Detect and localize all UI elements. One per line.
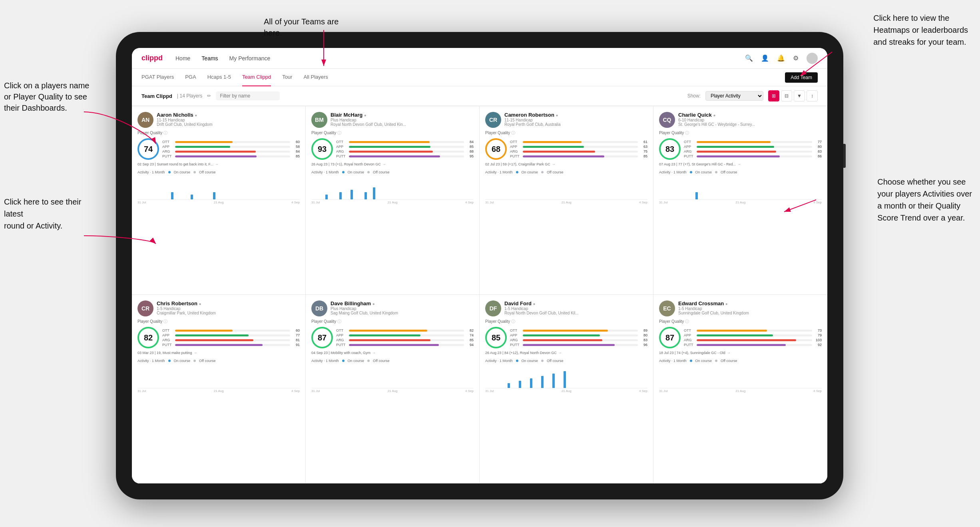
player-card[interactable]: BM Blair McHarg ● Plus Handicap Royal No… — [306, 106, 480, 295]
show-select[interactable]: Player Activity Quality Score Trend — [705, 91, 763, 101]
quality-row[interactable]: 68 OTT 61 APP 63 ARG 75 — [485, 138, 647, 160]
logo: clippd — [141, 54, 163, 62]
stat-app: APP 80 — [684, 145, 822, 149]
player-header: AN Aaron Nicholls ● 11-15 Handicap Drift… — [137, 112, 300, 128]
stat-putt: PUTT 85 — [162, 154, 300, 158]
search-input[interactable] — [216, 91, 280, 100]
stat-arg: ARG 75 — [510, 149, 647, 153]
last-round[interactable]: 03 Mar 23 | 19, Must make putting → — [137, 351, 300, 355]
player-handicap: 1-5 Handicap — [678, 306, 822, 311]
quality-stats: OTT 60 APP 58 ARG 84 PUTT 85 — [162, 140, 300, 158]
mini-chart — [137, 364, 300, 388]
subnav-all-players[interactable]: All Players — [303, 69, 328, 86]
last-round[interactable]: 26 Aug 23 | 73 (+1), Royal North Devon G… — [311, 162, 474, 166]
subnav-tour[interactable]: Tour — [282, 69, 292, 86]
on-course-dot — [342, 171, 345, 173]
player-handicap: 1-5 Handicap — [157, 306, 300, 311]
player-club: St. George's Hill GC - Weybridge - Surre… — [678, 122, 822, 127]
player-avatar: CR — [137, 300, 153, 316]
subnav-hcaps[interactable]: Hcaps 1-5 — [207, 69, 231, 86]
player-name[interactable]: Chris Robertson ● — [157, 300, 300, 306]
quality-label: Player Quality ⓘ — [485, 319, 647, 324]
stat-ott: OTT 73 — [684, 328, 822, 332]
nav-teams[interactable]: Teams — [201, 55, 218, 62]
player-name[interactable]: Aaron Nicholls ● — [157, 112, 300, 118]
player-card[interactable]: DF David Ford ● 1-5 Handicap Royal North… — [480, 295, 653, 483]
quality-label: Player Quality ⓘ — [659, 319, 822, 324]
player-name[interactable]: Cameron Robertson ● — [504, 112, 647, 118]
edit-icon[interactable]: ✏ — [207, 93, 211, 99]
player-handicap: 11-15 Handicap — [157, 118, 300, 122]
chart-bar — [339, 192, 342, 199]
player-card[interactable]: DB Dave Billingham ● Plus Handicap Sag M… — [306, 295, 480, 483]
player-name[interactable]: Blair McHarg ● — [331, 112, 474, 118]
player-name[interactable]: Edward Crossman ● — [678, 300, 822, 306]
sort-icon[interactable]: ↕ — [807, 90, 818, 101]
player-card[interactable]: EC Edward Crossman ● 1-5 Handicap Sunnin… — [653, 295, 827, 483]
player-card[interactable]: CR Chris Robertson ● 1-5 Handicap Craigm… — [132, 295, 306, 483]
quality-row[interactable]: 85 OTT 89 APP 80 ARG 83 — [485, 327, 647, 348]
arrow-right-icon: → — [552, 162, 556, 166]
stat-app: APP 74 — [336, 333, 474, 337]
quality-row[interactable]: 87 OTT 82 APP 74 ARG 85 — [311, 327, 474, 348]
subnav-team-clippd[interactable]: Team Clippd — [242, 69, 271, 86]
quality-circle: 93 — [311, 138, 333, 160]
player-card[interactable]: CR Cameron Robertson ● 11-15 Handicap Ro… — [480, 106, 653, 295]
nav-my-performance[interactable]: My Performance — [229, 55, 271, 62]
player-name[interactable]: David Ford ● — [504, 300, 647, 306]
player-club: Royal North Devon Golf Club, United Kin.… — [331, 122, 474, 127]
player-card[interactable]: CQ Charlie Quick ● 6-10 Handicap St. Geo… — [653, 106, 827, 295]
player-handicap: Plus Handicap — [331, 118, 474, 122]
stat-putt: PUTT 85 — [510, 154, 647, 158]
chart-bar — [564, 371, 566, 388]
add-team-button[interactable]: Add Team — [785, 72, 818, 83]
settings-icon[interactable]: ⚙ — [793, 54, 799, 62]
stat-arg: ARG 84 — [162, 149, 300, 153]
stat-ott: OTT 60 — [162, 328, 300, 332]
quality-row[interactable]: 93 OTT 84 APP 85 ARG 88 — [311, 138, 474, 160]
stat-ott: OTT 60 — [162, 140, 300, 144]
compact-view-icon[interactable]: ⊟ — [781, 90, 792, 101]
person-icon[interactable]: 👤 — [761, 54, 769, 62]
bell-icon[interactable]: 🔔 — [777, 54, 785, 62]
subnav-pgat[interactable]: PGAT Players — [141, 69, 174, 86]
chart-labels: 31 Jul 21 Aug 4 Sep — [659, 201, 822, 204]
player-name[interactable]: Charlie Quick ● — [678, 112, 822, 118]
last-round[interactable]: 07 Aug 23 | 77 (+7), St George's Hill GC… — [659, 162, 822, 166]
grid-view-icon[interactable]: ⊞ — [768, 90, 779, 101]
quality-row[interactable]: 87 OTT 73 APP 79 ARG 103 — [659, 327, 822, 348]
quality-row[interactable]: 74 OTT 60 APP 58 ARG 84 — [137, 138, 300, 160]
search-icon[interactable]: 🔍 — [745, 54, 753, 62]
activity-section: Activity · 1 Month On course Off course … — [137, 359, 300, 393]
player-handicap: Plus Handicap — [331, 306, 474, 311]
activity-header: Activity · 1 Month On course Off course — [137, 170, 300, 174]
player-card[interactable]: AN Aaron Nicholls ● 11-15 Handicap Drift… — [132, 106, 306, 295]
last-round[interactable]: 18 Jul 23 | 74 (+4), Sunningdale GC - Ol… — [659, 351, 822, 355]
quality-stats: OTT 60 APP 77 ARG 81 PUTT 91 — [162, 328, 300, 347]
quality-number: 87 — [665, 333, 674, 342]
last-round[interactable]: 02 Jul 23 | 59 (+17), Craigmillar Park G… — [485, 162, 647, 166]
activity-header: Activity · 1 Month On course Off course — [311, 170, 474, 174]
last-round[interactable]: 04 Sep 23 | Mobility with coach, Gym → — [311, 351, 474, 355]
player-avatar: EC — [659, 300, 675, 316]
filter-icon[interactable]: ▼ — [794, 90, 805, 101]
chart-labels: 31 Jul 21 Aug 4 Sep — [137, 389, 300, 393]
stat-arg: ARG 83 — [510, 338, 647, 342]
last-round[interactable]: 02 Sep 23 | Sunset round to get back int… — [137, 162, 300, 166]
stat-app: APP 80 — [510, 333, 647, 337]
top-nav: clippd Home Teams My Performance 🔍 👤 🔔 ⚙ — [132, 48, 827, 69]
quality-stats: OTT 89 APP 80 ARG 83 PUTT 96 — [510, 328, 647, 347]
off-course-dot — [715, 360, 717, 362]
subnav-pga[interactable]: PGA — [185, 69, 196, 86]
avatar[interactable] — [807, 53, 818, 64]
quality-row[interactable]: 83 OTT 77 APP 80 ARG 83 — [659, 138, 822, 160]
nav-home[interactable]: Home — [175, 55, 190, 62]
player-name[interactable]: Dave Billingham ● — [331, 300, 474, 306]
mini-chart — [137, 176, 300, 200]
chart-bar — [552, 374, 555, 388]
last-round[interactable]: 26 Aug 23 | 84 (+12), Royal North Devon … — [485, 351, 647, 355]
quality-row[interactable]: 82 OTT 60 APP 77 ARG 81 — [137, 327, 300, 348]
activity-section: Activity · 1 Month On course Off course … — [311, 359, 474, 393]
chart-bar — [519, 381, 521, 388]
off-course-dot — [367, 171, 370, 173]
